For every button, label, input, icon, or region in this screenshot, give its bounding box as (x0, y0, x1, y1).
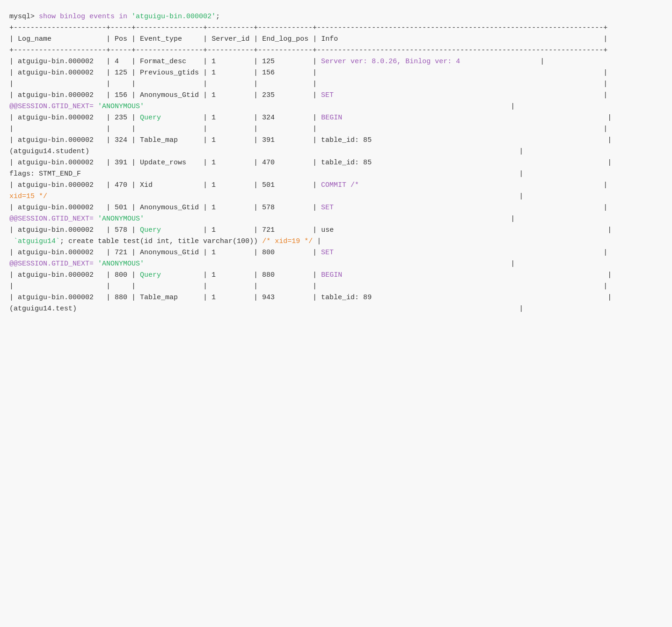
row-query-begin-2: | atguigu-bin.000002 | 800 | Query | 1 |… (9, 270, 663, 281)
terminal: mysql> show binlog events in 'atguigu-bi… (0, 0, 672, 627)
spacer-1: | | | | | | | (9, 79, 663, 90)
spacer-2: | | | | | | | (9, 124, 663, 135)
row-update-rows-a: | atguigu-bin.000002 | 391 | Update_rows… (9, 157, 663, 169)
row-query-create-b: `atguigu14`; create table test(id int, t… (9, 236, 663, 247)
row-anon-gtid-3-b: @@SESSION.GTID_NEXT= 'ANONYMOUS' | (9, 258, 663, 270)
row-anon-gtid-2-a: | atguigu-bin.000002 | 501 | Anonymous_G… (9, 202, 663, 214)
row-anon-gtid-2-b: @@SESSION.GTID_NEXT= 'ANONYMOUS' | (9, 214, 663, 225)
row-prev-gtids: | atguigu-bin.000002 | 125 | Previous_gt… (9, 67, 663, 79)
row-table-map-1-a: | atguigu-bin.000002 | 324 | Table_map |… (9, 135, 663, 146)
row-query-create-a: | atguigu-bin.000002 | 578 | Query | 1 |… (9, 225, 663, 236)
row-update-rows-b: flags: STMT_END_F | (9, 169, 663, 180)
row-format-desc-1: | atguigu-bin.000002 | 4 | Format_desc |… (9, 56, 663, 67)
row-table-map-2-b: (atguigu14.test) | (9, 303, 663, 315)
row-xid-1-b: xid=15 */ | (9, 191, 663, 202)
row-table-map-2-a: | atguigu-bin.000002 | 880 | Table_map |… (9, 292, 663, 303)
row-anon-gtid-1-b: @@SESSION.GTID_NEXT= 'ANONYMOUS' | (9, 101, 663, 112)
spacer-3: | | | | | | | (9, 281, 663, 292)
row-table-map-1-b: (atguigu14.student) | (9, 146, 663, 157)
row-anon-gtid-1-a: | atguigu-bin.000002 | 156 | Anonymous_G… (9, 90, 663, 101)
row-anon-gtid-3-a: | atguigu-bin.000002 | 721 | Anonymous_G… (9, 247, 663, 258)
header-row: | Log_name | Pos | Event_type | Server_i… (9, 34, 663, 45)
divider-header: +----------------------+-----+----------… (9, 45, 663, 56)
row-query-begin-1: | atguigu-bin.000002 | 235 | Query | 1 |… (9, 112, 663, 124)
divider-top: +----------------------+-----+----------… (9, 22, 663, 34)
command-line: mysql> show binlog events in 'atguigu-bi… (9, 11, 663, 22)
row-xid-1-a: | atguigu-bin.000002 | 470 | Xid | 1 | 5… (9, 180, 663, 191)
